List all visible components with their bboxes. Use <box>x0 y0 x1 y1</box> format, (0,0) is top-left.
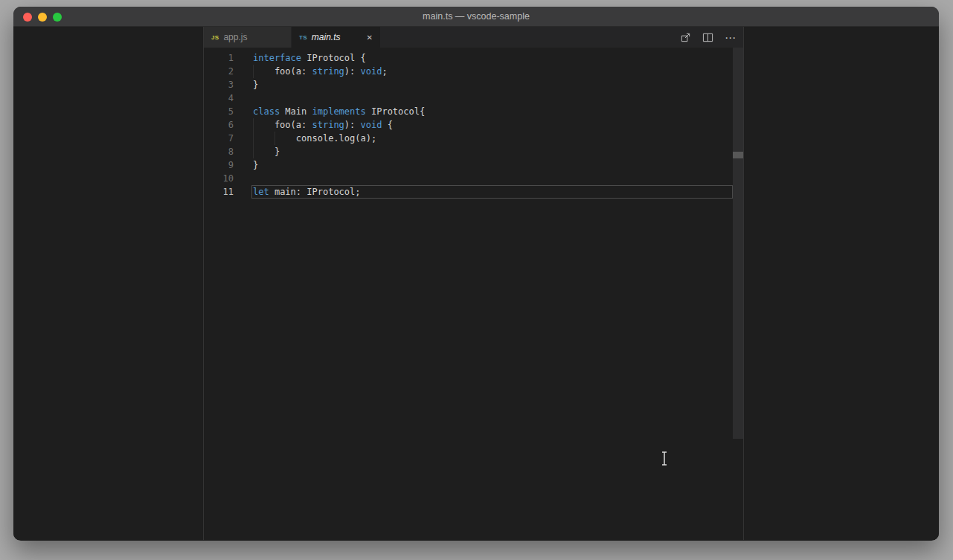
line-number[interactable]: 1 <box>204 51 234 65</box>
tab-label: main.ts <box>312 32 341 42</box>
line-number[interactable]: 9 <box>204 158 234 172</box>
indent-guide <box>275 132 275 145</box>
typescript-file-icon: TS <box>299 34 307 41</box>
open-changes-icon[interactable] <box>680 32 691 43</box>
centered-layout-left-margin <box>13 27 203 540</box>
vertical-scrollbar[interactable] <box>733 48 743 540</box>
code-editor[interactable]: 1interface IProtocol {2 foo(a: string): … <box>204 48 743 540</box>
code-line[interactable]: 5class Main implements IProtocol{ <box>204 105 743 118</box>
centered-layout-right-margin <box>744 27 939 540</box>
minimize-button[interactable] <box>38 13 47 22</box>
titlebar[interactable]: main.ts — vscode-sample <box>13 7 939 27</box>
code-line[interactable]: 2 foo(a: string): void; <box>204 65 743 78</box>
line-text: class Main implements IProtocol{ <box>253 105 425 118</box>
code-line[interactable]: 1interface IProtocol { <box>204 51 743 65</box>
code-line[interactable]: 6 foo(a: string): void { <box>204 118 743 132</box>
close-tab-icon[interactable]: ✕ <box>361 33 373 42</box>
line-text: } <box>253 158 258 172</box>
line-text: foo(a: string): void; <box>253 65 388 78</box>
line-text: console.log(a); <box>253 132 376 145</box>
code-line[interactable]: 3} <box>204 78 743 91</box>
line-text: } <box>253 145 280 158</box>
line-text: let main: IProtocol; <box>253 185 361 199</box>
split-editor-icon[interactable] <box>702 32 713 43</box>
zoom-button[interactable] <box>53 13 62 22</box>
tab-bar: JS app.js TS main.ts ✕ <box>204 27 743 48</box>
traffic-lights <box>23 13 62 22</box>
line-number[interactable]: 7 <box>204 132 234 145</box>
code-line[interactable]: 7 console.log(a); <box>204 132 743 145</box>
more-actions-icon[interactable]: ⋯ <box>725 32 736 43</box>
code-line[interactable]: 10 <box>204 172 743 185</box>
line-number[interactable]: 8 <box>204 145 234 158</box>
line-number[interactable]: 6 <box>204 118 234 132</box>
code-line[interactable]: 11let main: IProtocol; <box>204 185 743 199</box>
scrollbar-thumb[interactable] <box>733 48 743 439</box>
code-lines: 1interface IProtocol {2 foo(a: string): … <box>204 48 743 199</box>
line-number[interactable]: 2 <box>204 65 234 78</box>
editor-group: JS app.js TS main.ts ✕ <box>204 27 743 540</box>
code-line[interactable]: 9} <box>204 158 743 172</box>
line-number[interactable]: 10 <box>204 172 234 185</box>
tab-main-ts[interactable]: TS main.ts ✕ <box>292 27 381 48</box>
line-number[interactable]: 11 <box>204 185 234 199</box>
close-button[interactable] <box>23 13 32 22</box>
line-number[interactable]: 3 <box>204 78 234 91</box>
line-number[interactable]: 4 <box>204 91 234 105</box>
line-number[interactable]: 5 <box>204 105 234 118</box>
indent-guide <box>253 118 254 158</box>
desktop-background: main.ts — vscode-sample JS app.js TS mai… <box>0 0 953 560</box>
line-text: interface IProtocol { <box>253 51 366 65</box>
tab-label: app.js <box>223 32 247 42</box>
overview-ruler-cursor-mark <box>733 152 743 158</box>
vscode-window: main.ts — vscode-sample JS app.js TS mai… <box>13 7 939 541</box>
code-line[interactable]: 8 } <box>204 145 743 158</box>
tab-app-js[interactable]: JS app.js <box>204 27 292 48</box>
editor-actions: ⋯ <box>680 27 736 48</box>
indent-guide <box>253 65 254 78</box>
line-text: } <box>253 78 258 91</box>
javascript-file-icon: JS <box>211 34 219 41</box>
line-text: foo(a: string): void { <box>253 118 393 132</box>
code-line[interactable]: 4 <box>204 91 743 105</box>
window-title: main.ts — vscode-sample <box>423 11 530 22</box>
